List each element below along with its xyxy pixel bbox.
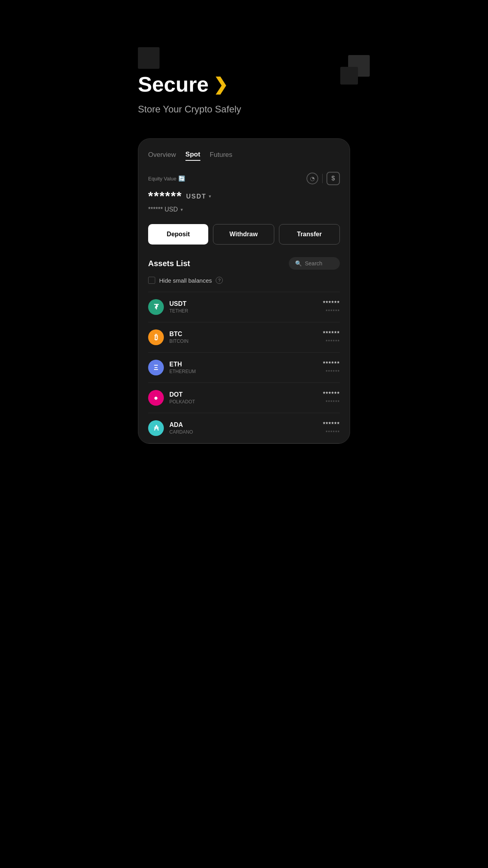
hide-balances-checkbox[interactable]: [148, 277, 155, 284]
asset-balance: ******: [323, 421, 340, 428]
search-placeholder: Search: [305, 260, 322, 267]
asset-item-usdt[interactable]: ₮ USDT TETHER ****** ******: [148, 292, 340, 322]
asset-balance-usd: ******: [323, 429, 340, 435]
asset-fullname: CARDANO: [169, 429, 193, 435]
asset-balance-usd: ******: [323, 399, 340, 405]
equity-action-icons: ◔ $: [306, 172, 340, 185]
asset-balance: ******: [323, 360, 340, 368]
hide-balances-row[interactable]: Hide small balances ?: [148, 277, 340, 284]
asset-logo-usdt: ₮: [148, 299, 164, 315]
balance-usd[interactable]: ****** USD ▼: [148, 206, 340, 213]
asset-info: USDT TETHER: [169, 300, 188, 314]
asset-list: ₮ USDT TETHER ****** ****** ₿ BTC BITCOI…: [148, 292, 340, 443]
asset-logo-eth: Ξ: [148, 360, 164, 375]
withdraw-button[interactable]: Withdraw: [213, 224, 274, 245]
asset-left: ● DOT POLKADOT: [148, 390, 195, 406]
help-icon[interactable]: ?: [216, 277, 223, 284]
asset-symbol: USDT: [169, 300, 188, 307]
asset-balance-info: ****** ******: [323, 300, 340, 314]
action-buttons: Deposit Withdraw Transfer: [148, 224, 340, 245]
asset-left: ₮ USDT TETHER: [148, 299, 188, 315]
asset-logo-btc: ₿: [148, 329, 164, 345]
hide-balances-label: Hide small balances: [159, 277, 212, 284]
asset-info: ADA CARDANO: [169, 421, 193, 435]
asset-symbol: ETH: [169, 361, 196, 368]
balance-main: ****** USDT ▼: [148, 189, 340, 204]
tab-futures[interactable]: Futures: [210, 151, 233, 160]
assets-title: Assets List: [148, 259, 190, 268]
asset-balance-info: ****** ******: [323, 391, 340, 405]
asset-left: Ξ ETH ETHEREUM: [148, 360, 196, 375]
dollar-icon[interactable]: $: [327, 172, 340, 185]
asset-balance: ******: [323, 391, 340, 398]
tab-bar: Overview Spot Futures: [148, 151, 340, 161]
asset-fullname: POLKADOT: [169, 399, 195, 405]
asset-symbol: DOT: [169, 391, 195, 398]
asset-symbol: BTC: [169, 331, 189, 338]
asset-balance-usd: ******: [323, 369, 340, 375]
asset-logo-ada: ₳: [148, 420, 164, 436]
search-icon: 🔍: [295, 260, 302, 267]
chart-icon[interactable]: ◔: [306, 173, 318, 184]
asset-fullname: ETHEREUM: [169, 369, 196, 374]
asset-item-dot[interactable]: ● DOT POLKADOT ****** ******: [148, 383, 340, 413]
currency-label: USDT: [186, 193, 207, 200]
asset-item-eth[interactable]: Ξ ETH ETHEREUM ****** ******: [148, 353, 340, 383]
asset-balance-usd: ******: [323, 308, 340, 314]
asset-balance: ******: [323, 330, 340, 337]
asset-balance-info: ****** ******: [323, 330, 340, 344]
asset-left: ₳ ADA CARDANO: [148, 420, 193, 436]
divider: [322, 174, 323, 183]
search-box[interactable]: 🔍 Search: [289, 257, 340, 270]
asset-info: BTC BITCOIN: [169, 331, 189, 344]
visibility-icon[interactable]: 🔄: [178, 175, 185, 182]
decorative-square-left: [138, 47, 160, 69]
hero-title-text: Secure: [138, 73, 209, 96]
wallet-card: Overview Spot Futures Equity Value 🔄 ◔ $…: [138, 138, 350, 444]
balance-masked: ******: [148, 189, 182, 204]
transfer-button[interactable]: Transfer: [279, 224, 340, 245]
equity-header: Equity Value 🔄 ◔ $: [148, 172, 340, 185]
asset-info: DOT POLKADOT: [169, 391, 195, 405]
currency-dropdown-icon: ▼: [208, 194, 213, 199]
asset-symbol: ADA: [169, 421, 193, 428]
asset-left: ₿ BTC BITCOIN: [148, 329, 189, 345]
tab-spot[interactable]: Spot: [185, 151, 200, 161]
hero-chevron-icon: ❯: [213, 75, 228, 94]
equity-label: Equity Value 🔄: [148, 175, 185, 182]
asset-balance-info: ****** ******: [323, 360, 340, 375]
asset-fullname: BITCOIN: [169, 338, 189, 344]
tab-overview[interactable]: Overview: [148, 151, 176, 160]
assets-header: Assets List 🔍 Search: [148, 257, 340, 270]
asset-balance: ******: [323, 300, 340, 307]
asset-info: ETH ETHEREUM: [169, 361, 196, 374]
hero-title: Secure ❯: [138, 73, 350, 96]
decorative-squares: [334, 55, 370, 90]
asset-balance-info: ****** ******: [323, 421, 340, 435]
usd-dropdown-icon: ▼: [180, 208, 184, 212]
asset-item-ada[interactable]: ₳ ADA CARDANO ****** ******: [148, 413, 340, 443]
asset-fullname: TETHER: [169, 308, 188, 314]
asset-item-btc[interactable]: ₿ BTC BITCOIN ****** ******: [148, 322, 340, 353]
asset-balance-usd: ******: [323, 338, 340, 344]
currency-badge[interactable]: USDT ▼: [186, 193, 213, 200]
deposit-button[interactable]: Deposit: [148, 224, 208, 245]
balance-usd-masked: ****** USD: [148, 206, 178, 213]
hero-subtitle: Store Your Crypto Safely: [138, 104, 350, 115]
asset-logo-dot: ●: [148, 390, 164, 406]
